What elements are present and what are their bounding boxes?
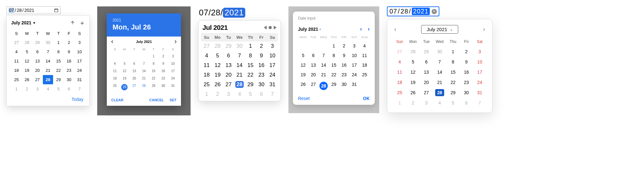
calendar-day[interactable]: 29 <box>420 48 433 55</box>
calendar-day[interactable]: 13 <box>223 61 234 70</box>
calendar-day[interactable]: 3 <box>267 41 278 51</box>
calendar-day[interactable]: 3 <box>420 99 433 107</box>
calendar-day[interactable]: 25 <box>359 71 370 79</box>
calendar-day[interactable]: 3 <box>223 89 234 99</box>
calendar-day[interactable]: 4 <box>43 84 53 94</box>
calendar-day[interactable]: 20 <box>130 75 139 82</box>
calendar-day[interactable]: 5 <box>53 84 64 94</box>
calendar-day[interactable]: 19 <box>120 75 129 82</box>
clear-button[interactable]: CLEAR <box>111 98 123 102</box>
calendar-day[interactable]: 27 <box>130 82 139 92</box>
calendar-day[interactable]: 9 <box>460 58 473 66</box>
calendar-day[interactable]: 30 <box>433 48 446 55</box>
calendar-day[interactable]: 10 <box>473 58 486 66</box>
calendar-day[interactable]: 6 <box>130 60 139 67</box>
ok-button[interactable]: OK <box>363 96 370 101</box>
calendar-day[interactable]: 10 <box>74 47 85 56</box>
calendar-day[interactable]: 26 <box>298 80 308 91</box>
input-year[interactable]: 2021 <box>223 8 245 18</box>
calendar-day[interactable]: 4 <box>110 60 120 67</box>
calendar-day[interactable]: 29 <box>223 41 234 51</box>
calendar-day[interactable]: 15 <box>329 61 339 69</box>
calendar-day[interactable]: 28 <box>22 38 32 47</box>
calendar-day[interactable]: 5 <box>120 60 129 67</box>
calendar-day[interactable]: 27 <box>32 75 43 84</box>
calendar-day[interactable]: 31 <box>267 80 278 89</box>
calendar-day[interactable]: 26 <box>120 82 129 92</box>
calendar-day[interactable]: 4 <box>234 89 245 99</box>
calendar-day[interactable]: 20 <box>223 70 234 80</box>
calendar-day[interactable]: 10 <box>168 60 178 67</box>
calendar-day[interactable]: 25 <box>393 89 406 96</box>
calendar-day[interactable]: 11 <box>110 67 120 75</box>
calendar-day[interactable]: 8 <box>446 58 460 66</box>
calendar-day[interactable]: 17 <box>473 68 486 76</box>
calendar-day[interactable]: 9 <box>256 51 267 61</box>
calendar-day[interactable]: 31 <box>74 75 85 84</box>
calendar-day[interactable]: 16 <box>64 56 74 66</box>
calendar-day[interactable]: 1 <box>393 99 406 107</box>
month-year-selector[interactable]: July 2021 ⌄ <box>421 25 458 34</box>
calendar-day[interactable]: 20 <box>420 79 433 86</box>
clear-icon[interactable]: ✕ <box>432 9 437 14</box>
calendar-day[interactable]: 3 <box>32 84 43 94</box>
calendar-day[interactable]: 2 <box>22 84 32 94</box>
calendar-day[interactable]: 4 <box>359 42 370 50</box>
prev-month-button[interactable] <box>111 40 114 43</box>
next-month-button[interactable] <box>80 20 85 25</box>
calendar-day[interactable]: 13 <box>308 61 318 69</box>
calendar-icon[interactable] <box>54 8 59 13</box>
calendar-day[interactable]: 16 <box>158 67 168 75</box>
month-year-selector[interactable]: July 2021 › <box>298 27 321 32</box>
calendar-day[interactable]: 29 <box>329 80 339 91</box>
calendar-day[interactable]: 30 <box>43 38 53 47</box>
calendar-day[interactable]: 12 <box>22 56 32 66</box>
month-year-selector[interactable]: July 2021 ▼ <box>11 20 36 25</box>
calendar-day[interactable]: 10 <box>349 52 359 59</box>
calendar-day[interactable]: 5 <box>22 47 32 56</box>
calendar-day[interactable]: 15 <box>245 61 256 70</box>
calendar-day[interactable]: 24 <box>267 70 278 80</box>
calendar-day[interactable]: 6 <box>460 99 473 107</box>
calendar-day[interactable]: 8 <box>53 47 64 56</box>
calendar-day[interactable]: 21 <box>139 75 149 82</box>
calendar-day[interactable]: 3 <box>168 53 178 60</box>
calendar-day[interactable]: 31 <box>349 80 359 91</box>
calendar-day[interactable]: 15 <box>446 68 460 76</box>
calendar-day[interactable]: 12 <box>212 61 223 70</box>
calendar-day[interactable]: 17 <box>168 67 178 75</box>
input-day[interactable]: 28 <box>211 8 221 18</box>
calendar-day[interactable]: 30 <box>234 41 245 51</box>
calendar-day[interactable]: 25 <box>201 80 212 89</box>
calendar-day[interactable]: 14 <box>139 67 149 75</box>
calendar-day[interactable]: 23 <box>339 71 349 79</box>
today-button[interactable] <box>269 26 272 29</box>
calendar-day[interactable]: 7 <box>234 51 245 61</box>
calendar-day[interactable]: 30 <box>158 82 168 92</box>
calendar-day[interactable]: 1 <box>329 42 339 50</box>
calendar-day[interactable]: 27 <box>393 48 406 55</box>
calendar-day[interactable]: 10 <box>267 51 278 61</box>
calendar-day[interactable]: 24 <box>473 79 486 86</box>
next-month-button[interactable]: › <box>482 26 486 33</box>
calendar-day[interactable]: 27 <box>420 89 433 96</box>
calendar-day[interactable]: 1 <box>11 84 22 94</box>
calendar-day[interactable]: 17 <box>267 61 278 70</box>
calendar-day[interactable]: 26 <box>406 89 420 96</box>
calendar-day[interactable]: 5 <box>446 99 460 107</box>
calendar-day[interactable]: 15 <box>53 56 64 66</box>
calendar-day[interactable]: 11 <box>393 68 406 76</box>
calendar-day[interactable]: 7 <box>74 84 85 94</box>
calendar-day[interactable]: 2 <box>158 53 168 60</box>
input-year[interactable]: 2021 <box>24 8 34 13</box>
calendar-day[interactable]: 30 <box>256 80 267 89</box>
calendar-day[interactable]: 22 <box>329 71 339 79</box>
calendar-day[interactable]: 18 <box>201 70 212 80</box>
calendar-day[interactable]: 7 <box>139 60 149 67</box>
calendar-day[interactable]: 11 <box>359 52 370 59</box>
calendar-day[interactable]: 1 <box>53 38 64 47</box>
calendar-day[interactable]: 27 <box>11 38 22 47</box>
calendar-day[interactable]: 2 <box>339 42 349 50</box>
calendar-day[interactable]: 26 <box>212 80 223 89</box>
calendar-day[interactable]: 18 <box>359 61 370 69</box>
